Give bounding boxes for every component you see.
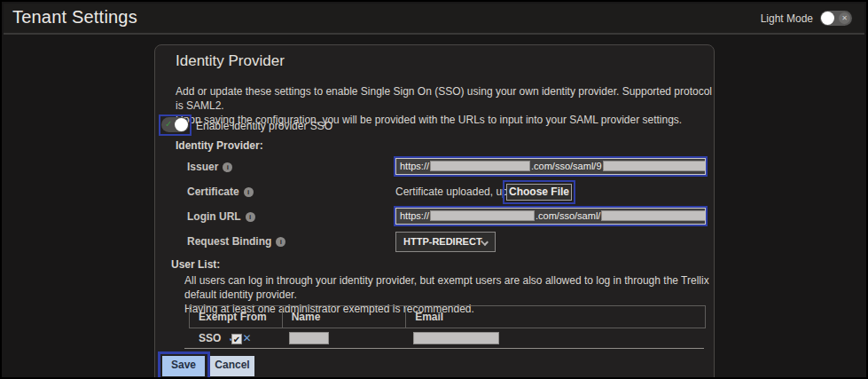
redacted-email	[413, 332, 499, 344]
panel-title: Identity Provider	[176, 52, 285, 70]
column-header-name: Name	[283, 306, 407, 328]
redacted-value	[430, 210, 535, 221]
enable-sso-toggle[interactable]: ✓	[161, 117, 189, 132]
info-icon[interactable]: i	[276, 237, 285, 247]
panel-description-line1: Add or update these settings to enable S…	[176, 84, 714, 113]
redacted-name	[289, 332, 329, 344]
light-mode-toggle[interactable]: ✕	[820, 11, 852, 26]
certificate-label: Certificate i	[187, 186, 254, 198]
top-bar: Tenant Settings Light Mode ✕	[4, 4, 864, 35]
issuer-label-text: Issuer	[187, 161, 218, 173]
identity-provider-section-label: Identity Provider:	[176, 139, 263, 152]
issuer-value-middle: .com/sso/saml/9	[531, 161, 601, 171]
identity-provider-panel: Identity Provider Add or update these se…	[154, 44, 715, 379]
table-row: ✔	[189, 328, 706, 349]
user-list-description-line1: All users can log in through your identi…	[184, 273, 714, 302]
info-icon[interactable]: i	[223, 162, 232, 172]
enable-sso-label: Enable identity provider SSO	[196, 120, 332, 132]
redacted-value	[430, 161, 530, 171]
login-url-label-text: Login URL	[187, 210, 241, 223]
column-header-exempt: Exempt From SSO✓✕	[190, 306, 283, 328]
check-icon: ✓	[165, 119, 172, 129]
info-icon[interactable]: i	[244, 187, 254, 197]
toggle-knob-icon	[175, 118, 188, 131]
column-header-email: Email	[406, 306, 705, 328]
footer-divider	[184, 348, 704, 349]
issuer-input[interactable]: https://.com/sso/saml/9	[395, 158, 706, 175]
info-icon[interactable]: i	[246, 212, 255, 222]
choose-file-button[interactable]: Choose File	[506, 184, 572, 201]
exempt-users-table: Exempt From SSO✓✕ Name Email ✔	[189, 305, 706, 349]
issuer-value-prefix: https://	[400, 161, 429, 171]
request-binding-select[interactable]: HTTP-REDIRECT	[395, 232, 496, 252]
login-url-value-prefix: https://	[400, 210, 429, 221]
request-binding-label: Request Binding i	[187, 235, 285, 248]
exempt-checkbox[interactable]: ✔	[231, 334, 242, 344]
table-header-row: Exempt From SSO✓✕ Name Email	[189, 305, 706, 328]
login-url-label: Login URL i	[187, 210, 255, 223]
page-title: Tenant Settings	[12, 7, 137, 28]
redacted-value	[601, 210, 706, 221]
light-mode-label: Light Mode	[761, 12, 813, 25]
exempt-cell: ✔	[189, 328, 282, 349]
request-binding-value: HTTP-REDIRECT	[403, 236, 482, 247]
tenant-settings-screen: Tenant Settings Light Mode ✕ Identity Pr…	[0, 0, 868, 379]
login-url-value-middle: .com/sso/saml/	[536, 210, 600, 221]
toggle-knob-icon	[821, 12, 834, 25]
redacted-value	[603, 161, 707, 171]
request-binding-label-text: Request Binding	[187, 235, 271, 248]
name-cell	[282, 328, 406, 349]
issuer-label: Issuer i	[187, 161, 232, 173]
email-cell	[406, 328, 706, 349]
save-button[interactable]: Save	[162, 356, 205, 376]
close-icon: ✕	[839, 12, 850, 24]
certificate-label-text: Certificate	[187, 186, 239, 198]
cancel-button[interactable]: Cancel	[210, 356, 254, 376]
login-url-input[interactable]: https://.com/sso/saml/	[395, 208, 706, 225]
light-mode-control: Light Mode ✕	[761, 11, 852, 26]
user-list-label: User List:	[171, 258, 220, 271]
